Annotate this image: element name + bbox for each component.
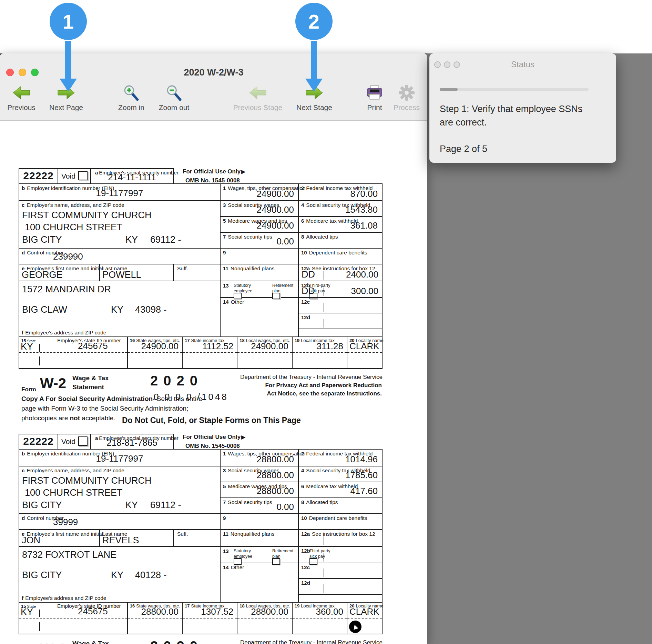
- toolbar-next-page-label: Next Page: [35, 103, 97, 112]
- box12d-tick: [324, 584, 324, 593]
- box12b-tick: [324, 288, 324, 296]
- void-checkbox: [78, 171, 88, 180]
- void-box: Void: [58, 434, 91, 450]
- box18-local-wages: 18Local wages, tips, etc. 24900.00: [237, 337, 292, 368]
- form-code-box: 22222: [19, 434, 58, 450]
- state-tick: [39, 610, 40, 617]
- callout-1-circle: 1: [50, 3, 87, 40]
- toolbar-process-label: Process: [376, 103, 438, 112]
- box16-state-wages: 16State wages, tips, etc. 28800.00: [128, 603, 183, 634]
- control-number-box: dControl number 239990: [19, 249, 221, 264]
- status-message: Step 1: Verify that employee SSNs are co…: [440, 102, 582, 129]
- box7-ss-tips: 7Social security tips 0.00: [221, 498, 298, 513]
- form-year: 2020: [150, 638, 203, 644]
- box20-locality: 20Locality name CLARK: [347, 337, 382, 368]
- toolbar-zoom-out-button[interactable]: Zoom out: [143, 83, 205, 112]
- box8-allocated-tips: 8Allocated tips: [299, 498, 382, 513]
- box1-wages: 1Wages, tips, other compensation 24900.0…: [221, 184, 298, 200]
- employee-street: 8732 FOXTROT LANE: [22, 550, 116, 560]
- employee-address-box: 1572 MANDARIN DR BIG CLAW KY 43098 - fEm…: [19, 281, 221, 336]
- app-window: 2020 W-2/W-3 Previous Next Page: [0, 53, 427, 644]
- ein-box: bEmployer identification number (EIN) 19…: [19, 184, 221, 200]
- box6-medicare-tax: 6Medicare tax withheld 361.08: [299, 217, 382, 233]
- callout-2-circle: 2: [295, 3, 333, 40]
- box3-ss-wages: 3Social security wages 28800.00: [221, 466, 298, 482]
- employee-city-line: BIG CLAW KY 43098 -: [22, 304, 223, 315]
- w2-main-grid: bEmployer identification number (EIN) 19…: [19, 183, 383, 369]
- toolbar-previous-stage-button: Previous Stage: [227, 83, 289, 112]
- state-tick-2: [39, 356, 40, 365]
- status-window: Status Step 1: Verify that employee SSNs…: [429, 53, 616, 163]
- progress-fill: [440, 88, 458, 91]
- box8-allocated-tips: 8Allocated tips: [299, 233, 382, 248]
- zoom-out-icon: [143, 83, 205, 103]
- w2-form-1: 22222 Void aEmployee's social security n…: [19, 168, 383, 184]
- box11-nonqualified: 11Nonqualified plans: [221, 264, 298, 281]
- callout-2-arrow: [311, 41, 317, 79]
- box14-other: 14Other: [221, 563, 298, 602]
- control-number-value: 39999: [53, 517, 78, 527]
- control-number-value: 239990: [53, 251, 83, 262]
- box12a-tick: [324, 271, 324, 280]
- omb-number: OMB No. 1545-0008: [185, 443, 320, 450]
- box12b: 12b: [299, 547, 382, 563]
- arrow-right-glyph-icon: ▶: [241, 169, 245, 174]
- status-titlebar: Status: [429, 53, 616, 76]
- box12c-tick: [324, 303, 324, 312]
- ssn-box: aEmployee's social security number 214-1…: [90, 168, 174, 184]
- void-box: Void: [58, 168, 91, 184]
- void-checkbox: [78, 436, 88, 446]
- box11-nonqualified: 11Nonqualified plans: [221, 530, 298, 546]
- box9: 9: [221, 514, 298, 529]
- employee-street: 1572 MANDARIN DR: [22, 284, 111, 295]
- official-use-area: For Official Use Only▶ OMB No. 1545-0008: [183, 168, 320, 184]
- omb-number: OMB No. 1545-0008: [185, 177, 320, 184]
- box15-state-id: 15State Employer's state ID number KY 24…: [19, 603, 128, 634]
- state-local-row: 15State Employer's state ID number KY 24…: [19, 337, 382, 368]
- w2-footer: Form W-2 Wage & TaxStatement 2020 0 0 0 …: [19, 638, 383, 644]
- official-use-area: For Official Use Only▶ OMB No. 1545-0008: [183, 434, 320, 450]
- employer-box: cEmployer's name, address, and ZIP code …: [19, 466, 221, 513]
- form-w2-title: W-2: [40, 375, 66, 392]
- w2-main-grid: bEmployer identification number (EIN) 19…: [19, 449, 383, 634]
- ein-box: bEmployer identification number (EIN) 19…: [19, 450, 221, 466]
- gear-icon: [376, 83, 438, 103]
- box12c: 12c: [299, 298, 382, 313]
- employer-name: FIRST COMMUNITY CHURCH 100 CHURCH STREET: [22, 475, 152, 499]
- state-tick-2: [39, 622, 40, 631]
- box12d: 12d: [299, 313, 382, 329]
- progress-bar: [440, 88, 589, 91]
- box19-local-tax: 19Local income tax 360.00: [293, 603, 347, 634]
- w2-footer: Form W-2 Wage & TaxStatement 2020 0 0 0 …: [19, 373, 383, 437]
- toolbar-previous-stage-label: Previous Stage: [227, 103, 289, 112]
- box12b-tick: [324, 553, 324, 562]
- employer-city-line: BIG CITY KY 69112 -: [22, 500, 223, 511]
- treasury-line: Department of the Treasury - Internal Re…: [240, 374, 383, 381]
- box5-medicare-wages: 5Medicare wages and tips 24900.00: [221, 217, 298, 233]
- box13-checkboxes: 13 Statutoryemployee Retirementplan Thir…: [221, 281, 298, 298]
- w2-header-row: 22222 Void aEmployee's social security n…: [19, 168, 383, 184]
- box12d: 12d: [299, 579, 382, 595]
- employer-box: cEmployer's name, address, and ZIP code …: [19, 201, 221, 248]
- employer-city-line: BIG CITY KY 69112 -: [22, 234, 223, 245]
- ssn-value: 218-81-7865: [91, 437, 173, 448]
- box2-federal-tax: 2Federal income tax withheld 870.00: [299, 184, 382, 200]
- box10-dependent-care: 10Dependent care benefits: [299, 249, 382, 264]
- box12a: 12aSee instructions for box 12: [299, 530, 382, 546]
- control-number-box: dControl number 39999: [19, 514, 221, 529]
- w2-form: 22222 Void aEmployee's social security n…: [19, 434, 383, 450]
- toolbar-next-stage-label: Next Stage: [283, 103, 345, 112]
- employer-name: FIRST COMMUNITY CHURCH 100 CHURCH STREET: [22, 209, 152, 233]
- box12d-tick: [324, 319, 324, 328]
- suffix-cell: Suff.: [173, 264, 220, 281]
- box12b: 12b DD 300.00: [299, 281, 382, 298]
- box2-federal-tax: 2Federal income tax withheld 1014.96: [299, 450, 382, 466]
- w2-header-row: 22222 Void aEmployee's social security n…: [19, 434, 383, 450]
- box14-other: 14Other: [221, 298, 298, 336]
- last-name-cell: Last name REVELS: [99, 530, 173, 546]
- first-name-cell: eEmployee's first name and initial GEORG…: [19, 264, 99, 281]
- w2-form: 22222 Void aEmployee's social security n…: [19, 168, 383, 184]
- last-name-cell: Last name POWELL: [99, 264, 173, 281]
- state-tick: [39, 344, 40, 352]
- do-not-cut-line: Do Not Cut, Fold, or Staple Forms on Thi…: [122, 416, 301, 425]
